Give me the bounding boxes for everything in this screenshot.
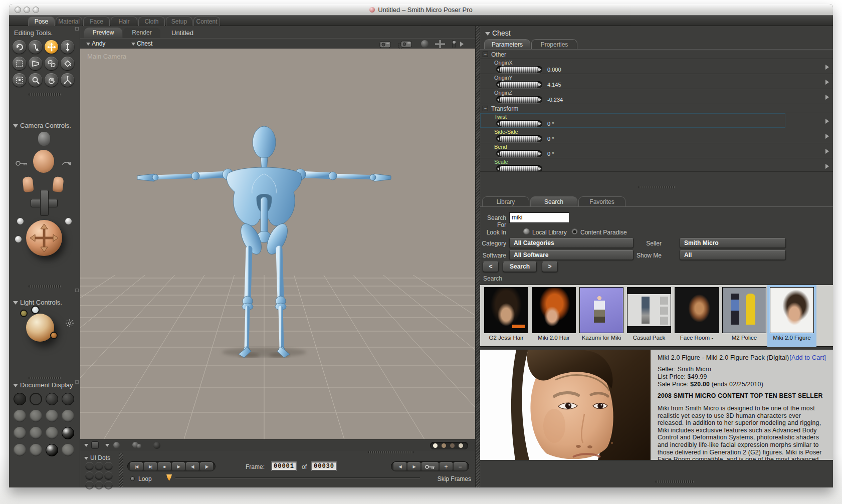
param-arrow-icon[interactable] [825,95,829,100]
key-icon[interactable] [15,160,28,167]
footer-ball-1[interactable] [113,442,120,448]
total-frames-field[interactable]: 00030 [312,462,336,470]
display-extra-4[interactable] [62,444,74,456]
translate-pull-tool[interactable] [45,40,58,54]
play-button[interactable]: ▶ [172,462,185,470]
camera-dot-bottom[interactable] [15,236,22,242]
show-me-dropdown[interactable]: All [680,250,786,260]
param-arrow-icon[interactable] [825,149,829,154]
twist-tool[interactable] [29,40,42,54]
preview-viewport[interactable]: Main Camera [80,49,475,439]
display-extra-1[interactable] [14,444,26,456]
param-arrow-icon[interactable] [825,65,829,70]
head-camera-icon[interactable] [38,132,50,146]
viewport-pager[interactable] [430,442,468,449]
collapse-triangle-icon[interactable] [13,124,18,128]
footer-square-button[interactable] [91,441,99,449]
result-thumb-face-room[interactable] [675,287,719,333]
display-texture-shaded[interactable] [46,427,58,439]
left-hand-icon[interactable] [22,176,34,192]
display-cartoon[interactable] [62,410,74,422]
camera-scale-slider[interactable] [452,40,456,48]
param-arrow-icon[interactable] [825,134,829,139]
tab-hair[interactable]: Hair [111,17,137,26]
software-dropdown[interactable]: All Software [509,250,634,260]
ui-dot[interactable] [85,481,94,489]
tab-content[interactable]: Content [193,17,220,26]
ui-dot[interactable] [95,471,103,480]
originx-dial[interactable] [496,66,542,73]
twist-dial[interactable] [496,120,542,127]
param-side-side[interactable]: Side-Side 0 ° [480,128,833,143]
view-magnifier-tool[interactable] [29,73,42,87]
camera-view-icon[interactable] [379,40,392,48]
minus-button[interactable]: − [454,462,467,470]
last-frame-button[interactable]: ▶| [144,462,157,470]
left-hand-camera-icon[interactable] [26,134,36,147]
detach-widget[interactable] [75,289,79,292]
display-extra-3[interactable] [46,444,58,456]
light-dot-1[interactable] [20,310,28,317]
scale-tool[interactable] [13,57,26,70]
color-tool[interactable] [61,57,74,70]
figure-menu[interactable]: Andy [86,40,105,47]
add-to-cart-link[interactable]: [Add to Cart] [789,354,826,361]
param-twist[interactable]: Twist 0 ° [480,113,833,128]
sphere-icon[interactable] [421,40,429,48]
titlebar[interactable]: Untitled – Smith Micro Poser Pro [9,4,833,16]
tab-properties[interactable]: Properties [531,39,577,50]
expand-arrow-icon[interactable] [460,42,464,47]
search-button[interactable]: Search [503,262,537,272]
plus-button[interactable]: + [440,462,453,470]
tab-parameters[interactable]: Parameters [484,39,530,50]
rotate-camera-icon[interactable] [61,160,72,167]
trackball[interactable] [26,220,62,256]
local-library-label[interactable]: Local Library [532,229,567,236]
originz-dial[interactable] [496,96,542,103]
timeline-marker[interactable] [166,474,172,481]
camera-dot-left[interactable] [17,218,24,224]
detach-widget[interactable] [75,27,79,31]
result-thumb-g2-jessi-hair[interactable] [484,287,528,333]
tab-favorites[interactable]: Favorites [578,196,625,207]
display-smooth-shaded[interactable] [14,427,26,439]
right-hand-camera-icon[interactable] [53,134,63,147]
display-lit-wireframe[interactable] [14,410,26,422]
grouping-tool[interactable] [13,73,26,87]
current-frame-field[interactable]: 00001 [272,462,296,470]
footer-ball-3[interactable] [137,444,141,448]
dolly-column-icon[interactable] [40,190,49,216]
light-sphere[interactable] [26,314,54,342]
tab-render[interactable]: Render [123,28,160,38]
result-thumb-kazumi[interactable] [579,287,623,333]
tab-preview[interactable]: Preview [84,28,122,38]
stop-button[interactable]: ■ [158,462,171,470]
display-wireframe[interactable] [46,393,58,405]
display-flat-lined[interactable] [46,410,58,422]
local-library-radio[interactable] [523,228,530,235]
display-sketch[interactable] [62,427,74,439]
param-originy[interactable]: OriginY 4.145 [480,74,833,89]
tab-face[interactable]: Face [83,17,110,26]
side-side-dial[interactable] [496,135,542,142]
result-thumb-miki-hair[interactable] [532,287,576,333]
morphing-tool[interactable] [45,73,58,87]
param-originz[interactable]: OriginZ -0.234 [480,89,833,104]
param-arrow-icon[interactable] [825,164,829,169]
move-cross-icon[interactable] [434,40,446,49]
param-scale[interactable]: Scale [480,158,833,171]
display-outline[interactable] [30,393,42,405]
scale-dial[interactable] [496,165,542,171]
right-hand-icon[interactable] [52,176,64,192]
actor-header[interactable]: Chest [485,29,511,37]
display-silhouette[interactable] [14,393,26,405]
content-paradise-radio[interactable] [571,228,578,235]
prev-page-button[interactable]: < [483,262,499,272]
step-forward-button[interactable]: |▶ [200,462,213,470]
step-back-button[interactable]: ◀| [186,462,199,470]
footer-ball-4[interactable] [153,442,160,449]
library-splitter[interactable] [480,171,833,196]
ui-dot[interactable] [104,462,113,470]
actor-menu[interactable]: Chest [131,40,152,47]
footer-grip[interactable] [656,480,694,483]
